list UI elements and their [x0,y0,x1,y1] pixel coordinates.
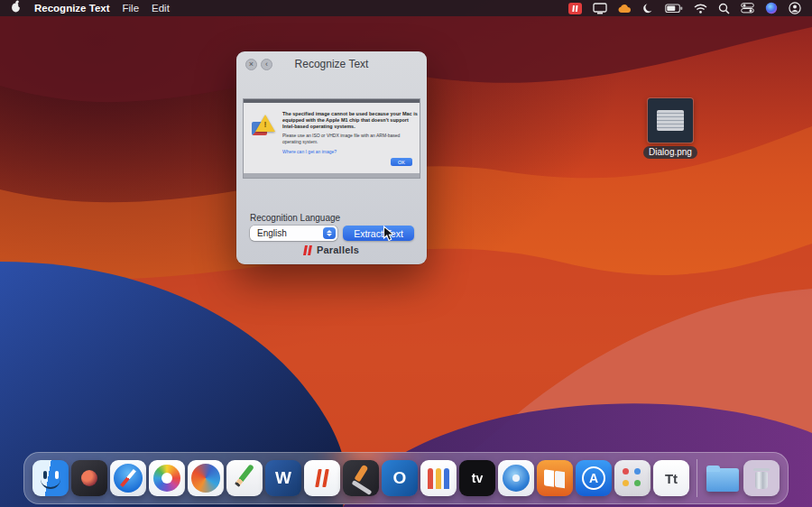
menu-bar: Recognize Text File Edit [0,0,812,16]
language-dropdown-value: English [257,228,287,238]
parallels-logo-icon [304,245,313,255]
dock-parallels-icon[interactable] [304,460,340,496]
dock-safari-icon[interactable] [110,460,146,496]
dock-outlook-glyph: O [382,460,418,496]
dock-finder-icon[interactable] [32,460,69,496]
menu-edit[interactable]: Edit [152,3,170,14]
dock-crayons-icon[interactable] [420,460,457,496]
dock-app-store-glyph: A [576,460,612,496]
window-title: Recognize Text [236,58,427,70]
image-preview: ! The specified image cannot be used bec… [243,98,420,179]
extract-text-button[interactable]: Extract Text [343,226,414,241]
file-thumbnail [648,98,693,143]
parallels-logo-text: Parallels [317,244,359,255]
preview-ok-button: OK [391,158,412,166]
dock-downloads-folder-icon[interactable] [705,460,741,496]
dock-trash-icon[interactable] [743,460,780,496]
dock-palette-icon[interactable] [614,460,651,496]
dock: WOtvATt [23,452,789,504]
dropdown-stepper-icon [323,227,336,239]
preview-alert-title: The specified image cannot be used becau… [282,111,418,130]
dock-apple-tv-glyph: tv [459,460,495,496]
user-account-icon[interactable] [789,2,801,14]
language-label: Recognition Language [250,213,340,223]
apple-menu-icon[interactable] [11,0,22,16]
dock-divider [697,459,697,497]
thumbnail-dialog-image [657,110,684,131]
recognize-text-window: × ‹ Recognize Text ! The specified image… [236,51,427,264]
dock-photo-booth-icon[interactable] [71,460,107,496]
moon-icon[interactable] [642,3,654,14]
dock-books-icon[interactable] [537,460,573,496]
dock-word-icon[interactable]: W [265,460,301,496]
siri-icon[interactable] [765,2,778,14]
dock-dvd-icon[interactable] [498,460,534,496]
parallels-brand: Parallels [236,244,427,255]
battery-icon[interactable] [665,4,683,14]
dock-browser-icon[interactable] [188,460,224,496]
spotlight-search-icon[interactable] [718,3,730,14]
dock-textedit-glyph: Tt [653,460,689,496]
menu-app-name[interactable]: Recognize Text [34,3,110,14]
dock-photos-icon[interactable] [149,460,185,496]
dock-paint-icon[interactable] [343,460,379,496]
desktop-file-dialog-png[interactable]: Dialog.png [641,98,700,159]
wifi-icon[interactable] [694,4,707,14]
desktop-screen: Recognize Text File Edit [0,0,812,507]
display-status-icon[interactable] [593,3,607,14]
preview-alert-link: Where can I get an image? [282,149,418,154]
preview-window-edge-bottom [244,173,420,178]
dock-word-glyph: W [265,460,301,496]
parallels-status-icon[interactable] [568,3,582,14]
warning-icon: ! [252,115,275,139]
cloud-status-icon[interactable] [618,4,632,14]
control-center-icon[interactable] [741,3,754,14]
preview-alert-dialog: ! The specified image cannot be used bec… [244,103,420,173]
language-dropdown[interactable]: English [250,226,337,241]
dock-pencil-icon[interactable] [226,460,263,496]
dock-outlook-icon[interactable]: O [382,460,418,496]
file-label: Dialog.png [643,146,697,159]
dock-app-store-icon[interactable]: A [576,460,612,496]
dock-textedit-icon[interactable]: Tt [653,460,689,496]
preview-alert-body: Please use an ISO or VHDX image file wit… [282,133,418,145]
dock-apple-tv-icon[interactable]: tv [459,460,495,496]
menu-file[interactable]: File [123,3,140,14]
